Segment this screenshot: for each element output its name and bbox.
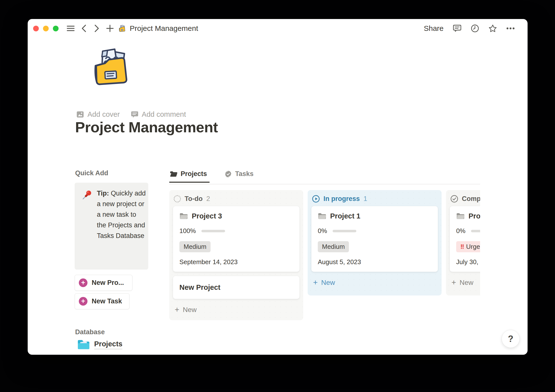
image-icon [76,110,84,118]
add-card-button[interactable]: + New [308,276,442,289]
app-window: Project Management Share [28,19,528,355]
progress-row: 100% [179,227,293,235]
gray-folder-icon [318,212,326,220]
forward-icon[interactable] [93,24,101,33]
window-controls [33,26,59,31]
plus-icon: + [313,278,318,287]
column-todo: To-do 2 Project 3 100% Medium Se [169,190,303,320]
completed-status-icon [450,195,458,203]
progress-row: 0% [456,227,480,235]
minimize-window-button[interactable] [43,26,49,31]
progress-bar [201,230,225,232]
tip-callout: Tip: Quickly add a new project or a new … [75,183,148,270]
help-button[interactable]: ? [502,330,520,348]
due-date: August 5, 2023 [318,258,431,266]
progress-bar [333,230,356,232]
column-in-progress-header[interactable]: In progress 1 [308,190,442,206]
more-options-icon[interactable] [506,24,515,33]
gray-folder-icon [179,212,188,220]
new-project-button[interactable]: + New Pro... [75,275,132,291]
card-project-3[interactable]: Project 3 100% Medium September 14, 2023 [173,206,299,272]
new-task-button[interactable]: + New Task [75,293,129,309]
column-in-progress: In progress 1 Project 1 0% Medium [308,190,442,295]
progress-row: 0% [318,227,431,235]
column-todo-header[interactable]: To-do 2 [169,190,303,206]
pushpin-icon [81,190,92,201]
sidebar-menu-icon[interactable] [66,24,75,33]
priority-badge: Medium [179,241,211,252]
quick-add-heading: Quick Add [75,169,108,177]
new-tab-icon[interactable] [106,24,114,33]
page-folder-icon [118,24,127,33]
todo-status-icon [174,195,181,202]
database-projects-link[interactable]: Projects [77,339,122,350]
in-progress-status-icon [312,195,320,203]
plus-icon: + [451,278,456,287]
card-new-project[interactable]: New Project [173,276,299,299]
card-project-1[interactable]: Project 1 0% Medium August 5, 2023 [311,206,438,272]
favorite-star-icon[interactable] [489,24,497,33]
add-card-button[interactable]: + New [169,303,303,316]
plus-icon: + [175,305,179,314]
teal-folder-icon [77,339,90,350]
priority-badge: Medium [318,241,349,252]
plus-circle-icon: + [79,297,87,306]
tip-text: Tip: Quickly add a new project or a new … [97,188,146,241]
page-icon[interactable] [86,42,135,91]
folder-icon [170,171,177,177]
column-completed: Completed Project 2 0% !!Urgent July 30,… [446,190,480,295]
zoom-window-button[interactable] [53,26,59,31]
back-icon[interactable] [80,24,88,33]
plus-circle-icon: + [79,278,87,287]
database-heading: Database [75,328,105,336]
add-cover-button[interactable]: Add cover [76,110,120,118]
main-content: Projects Tasks To-do 2 [169,19,480,355]
due-date: September 14, 2023 [179,258,293,266]
due-date: July 30, 2023 [456,258,480,266]
view-tabs: Projects Tasks [169,170,480,184]
card-project-2[interactable]: Project 2 0% !!Urgent July 30, 2023 [450,206,480,272]
double-exclamation-icon: !! [460,243,464,251]
comment-icon [131,111,139,118]
kanban-board: To-do 2 Project 3 100% Medium Se [169,190,480,320]
progress-bar [471,230,480,232]
close-window-button[interactable] [33,26,39,31]
tab-tasks[interactable]: Tasks [224,170,256,182]
add-card-button[interactable]: + New [446,276,480,289]
badge-check-icon [224,170,232,178]
column-completed-header[interactable]: Completed [446,190,480,206]
tab-projects[interactable]: Projects [169,170,210,183]
gray-folder-icon [456,212,465,220]
priority-badge-urgent: !!Urgent [456,241,480,252]
